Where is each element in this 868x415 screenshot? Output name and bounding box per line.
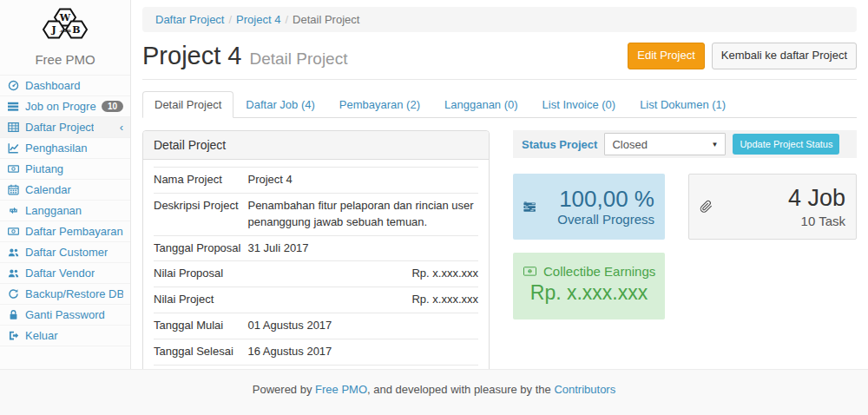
tab-list-dokumen-1[interactable]: List Dokumen (1) bbox=[628, 91, 738, 118]
table-row: Nama ProjectProject 4 bbox=[154, 168, 478, 194]
status-bar: Status Project Closed ▼ Update Project S… bbox=[513, 130, 857, 158]
table-row: Deskripsi ProjectPenambahan fitur pelapo… bbox=[154, 193, 478, 235]
sidebar-item-penghasilan[interactable]: Penghasilan bbox=[0, 138, 130, 159]
tab-list-invoice-0[interactable]: List Invoice (0) bbox=[530, 91, 628, 118]
chart-line-icon bbox=[7, 142, 20, 154]
logo-letter: J bbox=[50, 24, 56, 36]
sidebar-item-daftar-vendor[interactable]: Daftar Vendor bbox=[0, 263, 130, 284]
breadcrumb-separator: / bbox=[224, 13, 236, 26]
sidebar-item-daftar-customer[interactable]: Daftar Customer bbox=[0, 242, 130, 263]
row-value: 31 Juli 2017 bbox=[247, 235, 478, 261]
refresh-icon bbox=[7, 288, 20, 300]
sidebar-item-label: Daftar Project bbox=[25, 121, 94, 134]
update-status-button[interactable]: Update Project Status bbox=[733, 134, 839, 155]
earnings-label: Collectibe Earnings bbox=[543, 264, 655, 279]
breadcrumb-current: Detail Project bbox=[293, 13, 359, 26]
dashboard-icon bbox=[7, 80, 20, 91]
row-value: 01 Agustus 2017 bbox=[247, 313, 478, 339]
progress-box: 100,00 % Overall Progress bbox=[513, 174, 665, 240]
back-to-list-button[interactable]: Kembali ke daftar Project bbox=[712, 43, 857, 69]
sidebar-item-langganan[interactable]: Langganan bbox=[0, 201, 130, 221]
sidebar-item-label: Piutang bbox=[25, 162, 63, 175]
tab-pembayaran-2[interactable]: Pembayaran (2) bbox=[327, 91, 432, 118]
breadcrumb-link[interactable]: Project 4 bbox=[236, 13, 280, 26]
sidebar-item-job-on-progress[interactable]: Job on Progress10 bbox=[0, 96, 130, 117]
contributors-link[interactable]: Contributors bbox=[554, 383, 615, 396]
row-value: Rp. x.xxx.xxx bbox=[247, 287, 478, 313]
count-badge: 10 bbox=[102, 101, 123, 112]
sidebar-item-label: Daftar Pembayaran bbox=[25, 225, 123, 238]
sidebar-item-label: Langganan bbox=[25, 204, 82, 217]
page-subtitle: Detail Project bbox=[249, 49, 347, 68]
lock-icon bbox=[7, 309, 20, 320]
sidebar-item-dashboard[interactable]: Dashboard bbox=[0, 76, 130, 96]
sidebar-item-ganti-password[interactable]: Ganti Password bbox=[0, 305, 130, 326]
table-row: Tanggal Mulai01 Agustus 2017 bbox=[154, 313, 478, 339]
tab-daftar-job-4[interactable]: Daftar Job (4) bbox=[233, 91, 326, 118]
row-label: Tanggal Mulai bbox=[154, 313, 247, 339]
app: { "brand": { "letters": ["J", "W", "B"],… bbox=[0, 0, 868, 415]
footer-text: , and developed with pleasure by the bbox=[367, 383, 554, 396]
svg-text:1: 1 bbox=[529, 270, 530, 273]
sidebar-item-label: Daftar Customer bbox=[25, 246, 108, 259]
logo-domain: .com bbox=[59, 28, 71, 33]
row-value: 16 Agustus 2017 bbox=[247, 339, 478, 365]
sidebar-item-daftar-pembayaran[interactable]: Daftar Pembayaran bbox=[0, 221, 130, 242]
jobs-value: 4 Job bbox=[788, 185, 845, 212]
status-select-value: Closed bbox=[612, 138, 647, 151]
tab-bar: Detail ProjectDaftar Job (4)Pembayaran (… bbox=[142, 91, 857, 118]
sidebar-item-label: Dashboard bbox=[25, 79, 81, 92]
sidebar-item-piutang[interactable]: Piutang bbox=[0, 159, 130, 180]
tasks-icon bbox=[7, 101, 20, 112]
sidebar-item-label: Daftar Vendor bbox=[25, 267, 95, 280]
table-row: Tanggal Selesai16 Agustus 2017 bbox=[154, 339, 478, 365]
tasks-value: 10 Task bbox=[788, 214, 845, 228]
sidebar-item-label: Job on Progress bbox=[25, 100, 96, 113]
logo-letter: W bbox=[59, 12, 71, 23]
chevron-left-icon: ‹ bbox=[120, 122, 123, 133]
sidebar-item-label: Calendar bbox=[25, 183, 71, 196]
sidebar-item-backup-restore-db[interactable]: Backup/Restore DB bbox=[0, 284, 130, 305]
row-value: Penambahan fitur pelaporan dan rincian u… bbox=[247, 193, 478, 235]
page-header: Project 4Detail Project Edit Project Kem… bbox=[142, 32, 857, 80]
stat-boxes: 100,00 % Overall Progress 4 Job 10 Task bbox=[513, 174, 857, 240]
table-row: Nilai ProjectRp. x.xxx.xxx bbox=[154, 287, 478, 313]
panel-title: Detail Project bbox=[143, 131, 489, 160]
table-icon bbox=[7, 122, 20, 133]
sign-out-icon bbox=[7, 330, 20, 341]
page-title-block: Project 4Detail Project bbox=[142, 42, 347, 70]
status-label: Status Project bbox=[522, 138, 597, 151]
logo-letter: B bbox=[72, 24, 80, 36]
paperclip-icon bbox=[700, 193, 713, 221]
brand-name: Free PMO bbox=[0, 52, 130, 67]
sidebar-item-label: Ganti Password bbox=[25, 308, 105, 321]
page-footer: Powered by Free PMO, and developed with … bbox=[0, 369, 868, 415]
row-label: Tanggal Selesai bbox=[154, 339, 247, 365]
sidebar-item-label: Keluar bbox=[25, 329, 58, 342]
edit-project-button[interactable]: Edit Project bbox=[628, 43, 704, 69]
main-content: Daftar Project/Project 4/Detail Project … bbox=[131, 0, 868, 415]
tab-detail-project[interactable]: Detail Project bbox=[142, 91, 233, 118]
money-bill-icon: 1 bbox=[523, 264, 536, 279]
app-logo: W J B .com bbox=[0, 0, 130, 49]
status-select[interactable]: Closed ▼ bbox=[604, 133, 726, 155]
sidebar: W J B .com Free PMO DashboardJob on Prog… bbox=[0, 0, 131, 369]
sidebar-item-label: Penghasilan bbox=[25, 142, 88, 155]
row-label: Nilai Proposal bbox=[154, 261, 247, 287]
progress-bars-icon bbox=[523, 193, 536, 221]
sidebar-menu: DashboardJob on Progress10Daftar Project… bbox=[0, 75, 130, 346]
sidebar-item-label: Backup/Restore DB bbox=[25, 287, 123, 300]
table-row: Nilai ProposalRp. x.xxx.xxx bbox=[154, 261, 478, 287]
progress-text-block: 100,00 % Overall Progress bbox=[557, 187, 654, 227]
progress-label: Overall Progress bbox=[557, 212, 654, 227]
jwb-logo-icon: W J B .com bbox=[35, 6, 95, 45]
sidebar-item-calendar[interactable]: Calendar bbox=[0, 180, 130, 201]
free-pmo-link[interactable]: Free PMO bbox=[315, 383, 367, 396]
breadcrumb-link[interactable]: Daftar Project bbox=[155, 13, 224, 26]
tab-langganan-0[interactable]: Langganan (0) bbox=[432, 91, 530, 118]
earnings-box: 1 Collectibe Earnings Rp. x.xxx.xxx bbox=[513, 253, 665, 319]
users-icon bbox=[7, 247, 20, 258]
sidebar-item-daftar-project[interactable]: Daftar Project‹ bbox=[0, 117, 130, 138]
sidebar-item-keluar[interactable]: Keluar bbox=[0, 326, 130, 346]
retweet-icon bbox=[7, 205, 20, 216]
